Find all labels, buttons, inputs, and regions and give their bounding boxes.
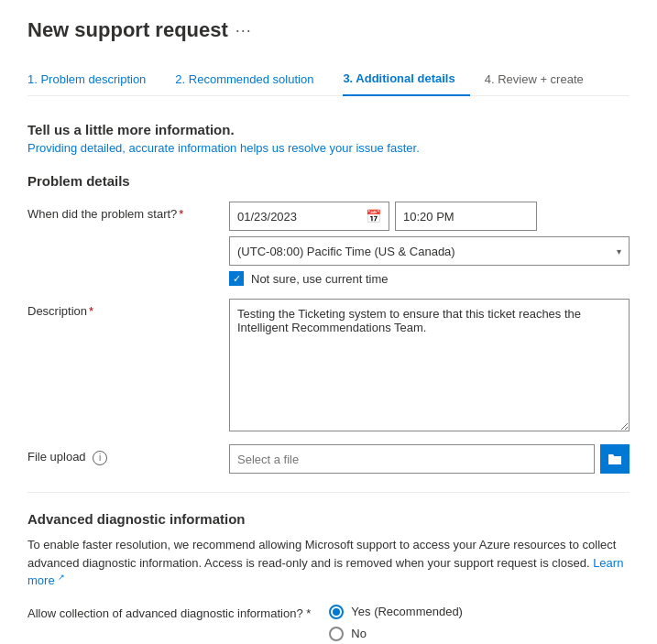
step-2-recommended-solution[interactable]: 2. Recommended solution	[175, 65, 328, 95]
problem-start-row: When did the problem start?* 📅 (UTC-08:0…	[27, 202, 630, 286]
calendar-icon[interactable]: 📅	[366, 209, 381, 224]
radio-yes[interactable]	[329, 605, 344, 619]
radio-yes-row: Yes (Recommended)	[329, 605, 463, 619]
description-label: Description*	[27, 299, 229, 318]
radio-no-label: No	[351, 627, 367, 640]
file-upload-field-row	[229, 444, 630, 474]
advanced-section-title: Advanced diagnostic information	[27, 511, 630, 527]
not-sure-checkbox-row: ✓ Not sure, use current time	[229, 271, 630, 286]
advanced-description: To enable faster resolution, we recommen…	[27, 536, 630, 590]
problem-start-controls: 📅 (UTC-08:00) Pacific Time (US & Canada)…	[229, 202, 630, 286]
not-sure-checkbox[interactable]: ✓	[229, 271, 244, 286]
section-subtext: Providing detailed, accurate information…	[27, 141, 630, 155]
datetime-row: 📅	[229, 202, 630, 231]
problem-start-label: When did the problem start?*	[27, 202, 229, 221]
timezone-value: (UTC-08:00) Pacific Time (US & Canada)	[237, 245, 455, 258]
checkmark-icon: ✓	[233, 274, 241, 284]
step-4-review-create[interactable]: 4. Review + create	[485, 65, 598, 95]
main-content: Tell us a little more information. Provi…	[27, 122, 630, 641]
file-upload-row: File upload i	[27, 444, 630, 474]
radio-yes-label: Yes (Recommended)	[351, 605, 463, 618]
description-textarea[interactable]: Testing the Ticketing system to ensure t…	[229, 299, 630, 431]
folder-icon	[608, 452, 622, 466]
file-upload-info-icon[interactable]: i	[93, 451, 107, 465]
page-header: New support request ··· 1. Problem descr…	[27, 18, 630, 96]
more-options-icon[interactable]: ···	[235, 21, 252, 40]
file-upload-input[interactable]	[230, 453, 594, 466]
chevron-down-icon: ▾	[617, 246, 621, 257]
steps-navigation: 1. Problem description 2. Recommended so…	[27, 64, 630, 96]
allow-collection-radio-group: Yes (Recommended) No	[329, 605, 463, 641]
date-input-container: 📅	[229, 202, 389, 231]
time-input[interactable]	[403, 210, 529, 224]
step-3-additional-details[interactable]: 3. Additional details	[343, 64, 469, 96]
problem-details-title: Problem details	[27, 173, 630, 189]
file-browse-button[interactable]	[600, 444, 630, 474]
external-link-icon: ↗	[58, 573, 65, 582]
file-upload-label: File upload i	[27, 444, 229, 465]
description-row: Description* Testing the Ticketing syste…	[27, 299, 630, 431]
file-upload-field	[229, 444, 595, 474]
section-headline: Tell us a little more information.	[27, 122, 630, 137]
section-divider	[27, 492, 630, 493]
allow-collection-label: Allow collection of advanced diagnostic …	[27, 605, 311, 623]
step-1-problem-description[interactable]: 1. Problem description	[27, 65, 160, 95]
allow-collection-row: Allow collection of advanced diagnostic …	[27, 605, 630, 641]
description-controls: Testing the Ticketing system to ensure t…	[229, 299, 630, 431]
not-sure-label: Not sure, use current time	[251, 272, 389, 286]
radio-no-row: No	[329, 627, 463, 641]
timezone-dropdown[interactable]: (UTC-08:00) Pacific Time (US & Canada) ▾	[229, 236, 630, 266]
advanced-diagnostic-section: Advanced diagnostic information To enabl…	[27, 511, 630, 641]
problem-details-section: Problem details When did the problem sta…	[27, 173, 630, 474]
file-upload-controls	[229, 444, 630, 474]
page-title: New support request	[27, 18, 228, 42]
date-input[interactable]	[237, 210, 347, 224]
radio-no[interactable]	[329, 627, 344, 641]
time-input-container	[395, 202, 537, 231]
